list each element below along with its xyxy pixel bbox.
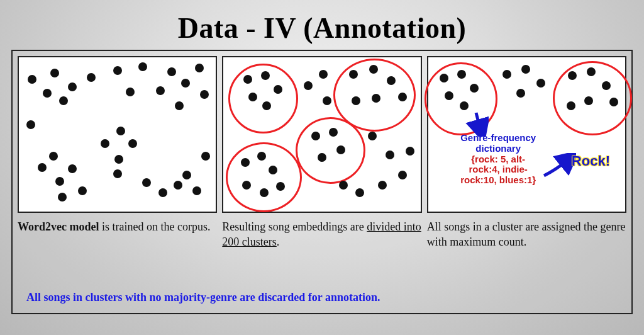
panel-1-figure xyxy=(18,56,217,213)
caption-post: . xyxy=(277,236,280,248)
caption-pre: Resulting song embeddings are xyxy=(222,220,367,233)
annotation-body: {rock: 5, alt-rock:4, indie-rock:10, blu… xyxy=(456,154,541,186)
caption-bold: Word2vec model xyxy=(18,220,99,233)
panel-3-caption: All songs in a cluster are assigned the … xyxy=(427,219,626,250)
panel-row: Word2vec model is trained on the corpus. xyxy=(18,56,626,250)
panel-2-figure xyxy=(222,56,421,213)
annotation-title: Genre-frequency dictionary xyxy=(456,133,541,154)
panel-1-caption: Word2vec model is trained on the corpus. xyxy=(18,219,217,234)
arrow-upright-icon xyxy=(541,153,576,178)
caption-rest: is trained on the corpus. xyxy=(99,220,210,233)
panel-2: Resulting song embeddings are divided in… xyxy=(222,56,421,250)
panel-1: Word2vec model is trained on the corpus. xyxy=(18,56,217,250)
panel-2-caption: Resulting song embeddings are divided in… xyxy=(222,219,421,250)
content-frame: Word2vec model is trained on the corpus. xyxy=(11,50,633,314)
result-label: Rock! xyxy=(572,153,610,169)
genre-frequency-annotation: Genre-frequency dictionary {rock: 5, alt… xyxy=(456,133,541,186)
panel-3: Genre-frequency dictionary {rock: 5, alt… xyxy=(427,56,626,250)
footnote: All songs in clusters with no majority-g… xyxy=(26,291,380,304)
panel-3-figure: Genre-frequency dictionary {rock: 5, alt… xyxy=(427,56,626,213)
slide-title: Data - IV (Annotation) xyxy=(0,11,644,45)
